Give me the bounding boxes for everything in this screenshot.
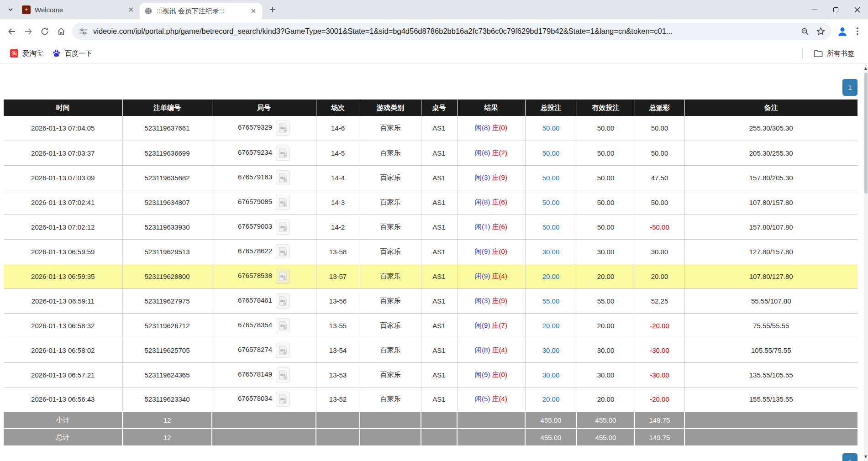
total-bet-link[interactable]: 50.00 <box>542 223 560 231</box>
close-window-button[interactable] <box>847 0 868 19</box>
table-row[interactable]: 2026-01-13 06:57:21523119624365676578149… <box>4 362 857 387</box>
tab-bet-records[interactable]: :::视讯 会员下注纪录::: <box>140 3 262 19</box>
scroll-up-icon[interactable] <box>864 67 867 70</box>
total-bet-cell: 20.00 <box>525 387 577 412</box>
video-replay-button[interactable] <box>276 343 290 358</box>
close-icon[interactable] <box>249 7 258 15</box>
site-settings-icon[interactable] <box>78 26 89 37</box>
total-bet-link[interactable]: 20.00 <box>542 322 560 330</box>
round-id: 676579085 <box>238 198 272 205</box>
table-row[interactable]: 2026-01-13 06:56:43523119623340676578034… <box>4 387 857 412</box>
valid-bet: 30.00 <box>577 362 635 387</box>
column-header: 时间 <box>4 100 122 116</box>
table-row[interactable]: 2026-01-13 06:59:11523119627975676578461… <box>4 288 857 313</box>
zoom-icon[interactable] <box>800 26 810 37</box>
video-replay-button[interactable] <box>276 269 290 284</box>
result-banker: 庄(0) <box>492 371 507 378</box>
total-bet-cell: 50.00 <box>525 215 577 239</box>
table-row[interactable]: 2026-01-13 07:02:12523119633930676579003… <box>4 215 857 239</box>
pagination-page-1-bottom[interactable]: 1 <box>842 453 857 461</box>
table-row[interactable]: 2026-01-13 06:58:02523119625705676578274… <box>4 338 857 362</box>
bookmark-baidu[interactable]: 百度一下 <box>47 47 97 60</box>
result-cell: 闲(3) 庄(9) <box>457 288 525 313</box>
page-content: 1 时间注单编号局号场次游戏类别桌号结果总投注有效投注总派彩备注 2026-01… <box>0 64 868 461</box>
home-button[interactable] <box>53 23 69 40</box>
bookmark-star-icon[interactable] <box>815 26 826 37</box>
pagination-page-1-top[interactable]: 1 <box>842 79 857 96</box>
reload-icon <box>40 27 49 36</box>
video-replay-button[interactable] <box>276 392 290 407</box>
column-header: 局号 <box>212 100 316 116</box>
forward-button[interactable] <box>20 23 37 40</box>
url-text[interactable]: videoie.com/ipl/portal.php/game/betrecor… <box>93 27 795 36</box>
table-row[interactable]: 2026-01-13 07:02:41523119634807676579085… <box>4 190 857 215</box>
video-replay-button[interactable] <box>276 120 290 136</box>
payout: 20.00 <box>635 264 684 288</box>
maximize-button[interactable] <box>825 0 847 19</box>
table-row[interactable]: 2026-01-13 07:03:37523119636699676579234… <box>4 141 857 165</box>
table-row[interactable]: 2026-01-13 07:04:05523119637661676579329… <box>4 116 857 141</box>
total-bet-link[interactable]: 30.00 <box>542 371 560 379</box>
total-bet-link[interactable]: 20.00 <box>542 272 560 280</box>
back-icon <box>7 27 16 36</box>
video-replay-button[interactable] <box>276 220 290 235</box>
address-bar[interactable]: videoie.com/ipl/portal.php/game/betrecor… <box>72 23 831 40</box>
total-bet-link[interactable]: 50.00 <box>542 124 560 132</box>
bookmark-label: 爱淘宝 <box>22 49 43 58</box>
table-row[interactable]: 2026-01-13 06:59:59523119629513676578622… <box>4 239 857 264</box>
payout: 50.00 <box>635 141 684 165</box>
total-bet-link[interactable]: 30.00 <box>542 248 560 256</box>
video-replay-button[interactable] <box>276 195 290 210</box>
browser-menu-button[interactable] <box>851 23 864 40</box>
tab-welcome[interactable]: ✦ Welcome <box>17 0 140 19</box>
video-replay-button[interactable] <box>276 170 290 185</box>
scrollbar[interactable] <box>864 64 868 461</box>
close-icon[interactable] <box>127 5 135 14</box>
video-replay-button[interactable] <box>276 367 290 382</box>
video-replay-icon <box>279 247 287 257</box>
table-no: AS1 <box>421 313 457 338</box>
payout: -20.00 <box>635 313 684 338</box>
scrollbar-thumb[interactable] <box>864 73 868 194</box>
bookmark-aitaobao[interactable]: 淘 爱淘宝 <box>5 47 47 60</box>
reload-button[interactable] <box>37 23 53 40</box>
bet-id: 523119625705 <box>122 338 212 362</box>
tab-strip: ✦ Welcome :::视讯 会员下注纪录::: <box>0 0 868 19</box>
minimize-button[interactable] <box>804 0 825 19</box>
table-row[interactable]: 2026-01-13 06:59:35523119628800676578538… <box>4 264 857 288</box>
tab-title: Welcome <box>35 6 123 14</box>
summary-label: 小计 <box>4 412 122 429</box>
total-bet-link[interactable]: 30.00 <box>542 346 560 354</box>
column-header: 注单编号 <box>122 100 212 116</box>
total-bet-link[interactable]: 55.00 <box>542 297 560 305</box>
table-row[interactable]: 2026-01-13 06:58:32523119626712676578354… <box>4 313 857 338</box>
video-replay-button[interactable] <box>276 318 290 333</box>
result-cell: 闲(5) 庄(4) <box>457 387 525 412</box>
total-bet-link[interactable]: 20.00 <box>542 395 560 403</box>
column-header: 有效投注 <box>577 100 635 116</box>
table-no: AS1 <box>421 288 457 313</box>
valid-bet: 50.00 <box>577 165 635 190</box>
summary-empty-cell <box>684 412 857 429</box>
table-row[interactable]: 2026-01-13 07:03:09523119635682676579163… <box>4 165 857 190</box>
video-replay-button[interactable] <box>276 293 290 309</box>
tab-search-button[interactable] <box>4 3 17 16</box>
total-bet-link[interactable]: 50.00 <box>542 174 560 182</box>
table-no: AS1 <box>421 362 457 387</box>
new-tab-button[interactable] <box>266 3 279 16</box>
all-bookmarks-button[interactable]: 所有书签 <box>809 47 859 60</box>
total-bet-link[interactable]: 50.00 <box>542 199 560 206</box>
total-bet-link[interactable]: 50.00 <box>542 149 560 157</box>
result-cell: 闲(9) 庄(4) <box>457 264 525 288</box>
table-no: AS1 <box>421 239 457 264</box>
video-replay-button[interactable] <box>276 146 290 161</box>
bookmarks-right: 所有书签 <box>802 47 863 60</box>
scroll-down-icon[interactable] <box>864 456 867 458</box>
result-player: 闲(6) <box>475 149 490 157</box>
back-button[interactable] <box>4 23 20 40</box>
round-id: 676578538 <box>238 272 272 279</box>
profile-avatar[interactable] <box>834 23 851 40</box>
video-replay-button[interactable] <box>276 244 290 259</box>
bet-id: 523119634807 <box>122 190 212 215</box>
round-cell: 676579163 <box>212 165 316 190</box>
